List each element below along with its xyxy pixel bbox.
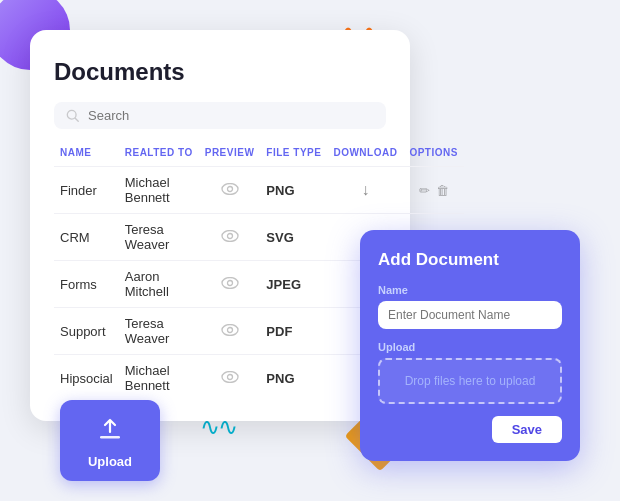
upload-icon (96, 416, 124, 448)
svg-point-7 (227, 280, 232, 285)
eye-icon[interactable] (221, 230, 239, 242)
svg-point-4 (222, 230, 238, 241)
upload-drop-label: Drop files here to upload (405, 374, 536, 388)
cell-preview (199, 308, 261, 355)
col-header-options: OPTIONS (403, 143, 464, 167)
document-name-input[interactable] (378, 301, 562, 329)
col-header-preview: PREVIEW (199, 143, 261, 167)
svg-point-5 (227, 233, 232, 238)
documents-card: Documents NAME REALTED TO PREVIEW FILE T… (30, 30, 410, 421)
col-header-download: DOWNLOAD (327, 143, 403, 167)
eye-icon[interactable] (221, 371, 239, 383)
cell-filetype: SVG (260, 214, 327, 261)
page-title: Documents (54, 58, 386, 86)
search-bar (54, 102, 386, 129)
add-document-title: Add Document (378, 250, 562, 270)
cell-name: Hipsocial (54, 355, 119, 402)
cell-preview (199, 214, 261, 261)
upload-drop-zone[interactable]: Drop files here to upload (378, 358, 562, 404)
name-field-label: Name (378, 284, 562, 296)
svg-point-9 (227, 327, 232, 332)
cell-name: CRM (54, 214, 119, 261)
cell-preview (199, 261, 261, 308)
table-row: Finder Michael Bennett PNG ↓ ✏ 🗑 (54, 167, 464, 214)
svg-point-6 (222, 277, 238, 288)
svg-rect-12 (100, 436, 120, 439)
svg-line-1 (75, 118, 78, 121)
col-header-related: REALTED TO (119, 143, 199, 167)
cell-name: Support (54, 308, 119, 355)
upload-field-label: Upload (378, 341, 562, 353)
cell-name: Forms (54, 261, 119, 308)
cell-filetype: PDF (260, 308, 327, 355)
col-header-filetype: FILE TYPE (260, 143, 327, 167)
cell-filetype: PNG (260, 167, 327, 214)
cell-related: Michael Bennett (119, 355, 199, 402)
cell-filetype: JPEG (260, 261, 327, 308)
search-input[interactable] (88, 108, 374, 123)
upload-label: Upload (88, 454, 132, 469)
svg-point-10 (222, 371, 238, 382)
cell-filetype: PNG (260, 355, 327, 402)
eye-icon[interactable] (221, 183, 239, 195)
svg-point-11 (227, 374, 232, 379)
svg-point-3 (227, 186, 232, 191)
search-icon (66, 109, 80, 123)
cell-download[interactable]: ↓ (327, 167, 403, 214)
trash-icon[interactable]: 🗑 (436, 183, 449, 198)
add-document-panel: Add Document Name Upload Drop files here… (360, 230, 580, 461)
cell-preview (199, 355, 261, 402)
upload-card[interactable]: Upload (60, 400, 160, 481)
svg-point-8 (222, 324, 238, 335)
col-header-name: NAME (54, 143, 119, 167)
cell-related: Michael Bennett (119, 167, 199, 214)
svg-point-2 (222, 183, 238, 194)
edit-icon[interactable]: ✏ (419, 183, 430, 198)
eye-icon[interactable] (221, 277, 239, 289)
cell-name: Finder (54, 167, 119, 214)
cell-related: Teresa Weaver (119, 214, 199, 261)
cell-options: ✏ 🗑 (403, 167, 464, 214)
save-button[interactable]: Save (492, 416, 562, 443)
cell-preview (199, 167, 261, 214)
eye-icon[interactable] (221, 324, 239, 336)
cell-related: Aaron Mitchell (119, 261, 199, 308)
cell-related: Teresa Weaver (119, 308, 199, 355)
